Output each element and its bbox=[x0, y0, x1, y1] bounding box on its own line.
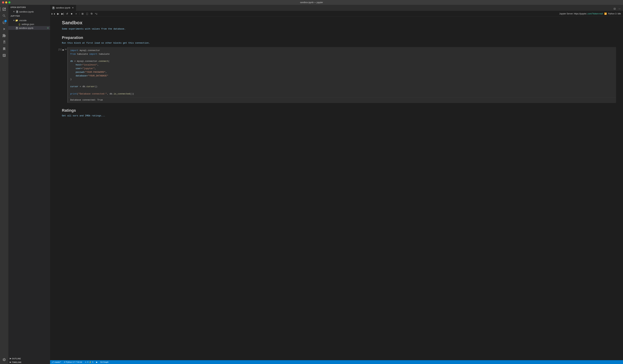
more-cell-options-button[interactable]: ⌥ bbox=[94, 12, 98, 16]
notebook-title: Sandbox bbox=[57, 20, 616, 25]
kernel-status[interactable]: Python 3: Idle bbox=[608, 13, 621, 15]
notebook-toolbar-wrapper: ⏵⏵ ▶ ▶| ↺ ■ + ⊞ ⎕ ⧉ ⌥ Jupyter Server: ht… bbox=[50, 11, 623, 17]
interrupt-button[interactable]: ■ bbox=[69, 12, 74, 16]
activity-test[interactable] bbox=[1, 39, 7, 45]
open-editor-label: sandbox.ipynb bbox=[19, 10, 34, 13]
notebook-icon: 📓 bbox=[15, 27, 18, 29]
tab-close-button[interactable]: ✕ bbox=[71, 6, 74, 9]
settings-json-label: settings.json bbox=[22, 23, 34, 25]
notebook-file-icon: 📓 bbox=[16, 10, 19, 13]
sandbox-ipynb-label: sandbox.ipynb bbox=[19, 27, 33, 29]
git-graph-status[interactable]: Git Graph bbox=[100, 361, 109, 363]
main-area: 📓 sandbox.ipynb ✕ ⊡ ··· ⏵⏵ ▶ ▶| ↺ ■ + ⊞ … bbox=[50, 5, 623, 364]
vscode-folder-label: .vscode bbox=[19, 19, 27, 22]
add-cell-button[interactable]: + bbox=[74, 12, 78, 16]
git-branch-label: master* bbox=[54, 361, 61, 363]
errors-warnings-status[interactable]: ⚠ 0 ⚡ 0 bbox=[85, 361, 93, 363]
notebook-description: Some experiments with values from the da… bbox=[57, 28, 616, 30]
activity-settings[interactable] bbox=[1, 357, 7, 363]
sandbox-ipynb-file[interactable]: 📓 sandbox.ipynb U bbox=[8, 26, 50, 30]
activity-extensions[interactable] bbox=[1, 33, 7, 39]
cell-gutter: [5] ▶ Mi ⌥≡ bbox=[57, 47, 67, 51]
maximize-button[interactable] bbox=[8, 1, 10, 3]
preparation-section-desc: Run this block at first load so other bl… bbox=[57, 42, 616, 44]
timeline-label: TIMELINE bbox=[12, 361, 22, 363]
activity-search[interactable] bbox=[1, 13, 7, 19]
activity-bar: 2 bbox=[0, 5, 8, 364]
kernel-wifi-icon: 📶 bbox=[604, 13, 607, 15]
code-content-5: import mysql.connector from tabulate imp… bbox=[68, 47, 616, 98]
split-editor-icon[interactable]: ⊡ bbox=[613, 7, 617, 11]
cell-number: [5] bbox=[57, 48, 62, 51]
cell-run-button[interactable]: ▶ bbox=[63, 48, 64, 51]
toggle-scrolling-button[interactable]: ⧉ bbox=[89, 12, 94, 16]
ratings-section-title: Ratings bbox=[57, 108, 616, 113]
outline-label: OUTLINE bbox=[12, 358, 21, 360]
activity-bookmarks[interactable] bbox=[1, 46, 7, 52]
tab-bar-actions: ⊡ ··· bbox=[613, 7, 623, 11]
restart-button[interactable]: ↺ bbox=[65, 12, 69, 16]
run-all-button[interactable]: ⏵⏵ bbox=[51, 12, 56, 16]
sidebar-bottom: ▶ OUTLINE ▶ TIMELINE bbox=[8, 357, 50, 364]
source-control-badge: 2 bbox=[4, 20, 7, 22]
app-container: 2 OPEN EDITORS ✕ 📓 sandbox.ipynb bbox=[0, 5, 623, 364]
sidebar: OPEN EDITORS ✕ 📓 sandbox.ipynb JUPYTER ▼… bbox=[8, 5, 50, 364]
preparation-section-title: Preparation bbox=[57, 35, 616, 40]
variable-explorer-button[interactable]: ⊞ bbox=[81, 12, 85, 16]
unsaved-badge: U bbox=[47, 27, 49, 29]
warning-icon: ⚠ bbox=[85, 361, 87, 363]
timeline-header[interactable]: ▶ TIMELINE bbox=[8, 360, 50, 364]
close-editor-icon[interactable]: ✕ bbox=[13, 10, 15, 13]
notebook-content[interactable]: Sandbox Some experiments with values fro… bbox=[50, 17, 623, 360]
code-cell-5: [5] ▶ Mi ⌥≡ import mysql.connector from … bbox=[57, 47, 616, 103]
run-next-button[interactable]: ▶| bbox=[61, 12, 65, 16]
open-editors-header: OPEN EDITORS bbox=[8, 5, 50, 10]
open-editor-sandbox[interactable]: ✕ 📓 sandbox.ipynb bbox=[8, 10, 50, 14]
run-button[interactable]: ▶ bbox=[56, 12, 60, 16]
cell-output-5: Database connected: True bbox=[68, 98, 616, 103]
more-actions-icon[interactable]: ··· bbox=[618, 7, 622, 11]
server-url[interactable]: .com/?token=null bbox=[587, 13, 603, 15]
git-branch-status[interactable]: ⎇ master* bbox=[51, 361, 61, 363]
jupyter-header: JUPYTER bbox=[8, 14, 50, 19]
window-title: sandbox.ipynb — jupyter bbox=[300, 1, 323, 4]
status-bar: ⎇ master* ↺ Python 3.7.7 64-bit ⚠ 0 ⚡ 0 … bbox=[50, 360, 623, 364]
ratings-section-desc: Get all ours and IMDb ratings... bbox=[57, 114, 616, 117]
settings-json-file[interactable]: {} settings.json bbox=[8, 22, 50, 26]
traffic-lights bbox=[2, 1, 10, 3]
code-block-5[interactable]: import mysql.connector from tabulate imp… bbox=[67, 47, 616, 103]
git-icon: ⎇ bbox=[51, 361, 54, 363]
activity-source-control[interactable]: 2 bbox=[1, 20, 7, 25]
folder-arrow-icon: ▼ bbox=[13, 19, 15, 22]
minimize-button[interactable] bbox=[5, 1, 7, 3]
close-button[interactable] bbox=[2, 1, 4, 3]
activity-explorer[interactable] bbox=[1, 6, 7, 12]
tab-label: sandbox.ipynb bbox=[56, 6, 70, 9]
folder-icon: 📁 bbox=[15, 19, 18, 22]
tab-notebook-icon: 📓 bbox=[52, 6, 55, 9]
cell-mode-icon: Mi bbox=[65, 48, 67, 50]
title-bar: sandbox.ipynb — jupyter bbox=[0, 0, 623, 5]
run-icon: ▶ bbox=[96, 361, 97, 363]
activity-notes[interactable] bbox=[1, 52, 7, 58]
clear-all-button[interactable]: ⎕ bbox=[85, 12, 89, 16]
run-status[interactable]: ▶ bbox=[96, 361, 97, 363]
error-count: 0 bbox=[87, 361, 88, 363]
json-file-icon: {} bbox=[18, 23, 21, 25]
activity-run[interactable] bbox=[1, 26, 7, 32]
warning-count: 0 bbox=[92, 361, 93, 363]
toolbar-right-info: Jupyter Server: https://jupyter..com/?to… bbox=[559, 13, 621, 15]
vscode-folder[interactable]: ▼ 📁 .vscode bbox=[8, 19, 50, 22]
git-graph-label: Git Graph bbox=[100, 361, 109, 363]
outline-header[interactable]: ▶ OUTLINE bbox=[8, 357, 50, 360]
python-version-label: Python 3.7.7 64-bit bbox=[66, 361, 82, 363]
sync-icon: ↺ bbox=[64, 361, 65, 363]
jupyter-server-label: Jupyter Server: https://jupyter..com/?to… bbox=[559, 13, 603, 15]
sandbox-tab[interactable]: 📓 sandbox.ipynb ✕ bbox=[50, 5, 76, 11]
notebook-toolbar: ⏵⏵ ▶ ▶| ↺ ■ + ⊞ ⎕ ⧉ ⌥ bbox=[50, 11, 623, 17]
bell-icon: ⚡ bbox=[89, 361, 91, 363]
tab-bar: 📓 sandbox.ipynb ✕ ⊡ ··· bbox=[50, 5, 623, 11]
python-version-status[interactable]: ↺ Python 3.7.7 64-bit bbox=[64, 361, 82, 363]
